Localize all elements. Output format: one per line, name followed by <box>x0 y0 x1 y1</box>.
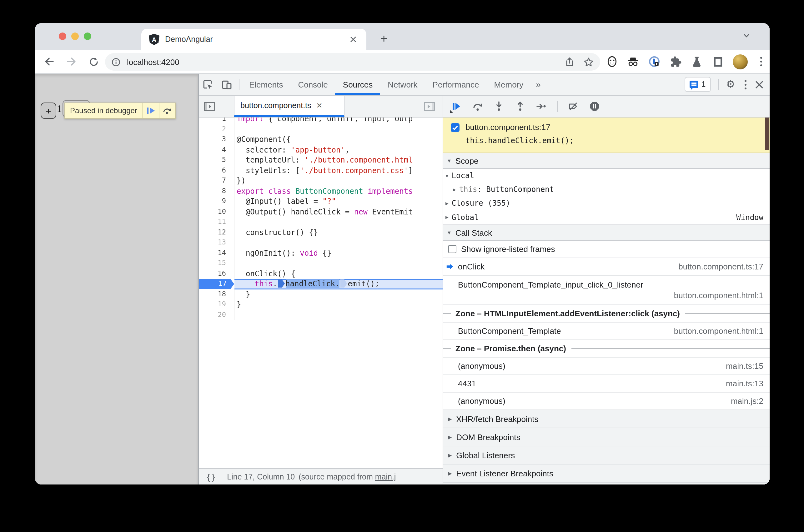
line-number[interactable]: 20 <box>198 310 234 320</box>
reload-icon[interactable] <box>85 53 102 70</box>
code-line-2[interactable]: 2 <box>198 124 442 134</box>
line-number[interactable]: 8 <box>198 186 234 196</box>
step-into-icon[interactable] <box>493 101 504 112</box>
line-number[interactable]: 14 <box>198 248 234 258</box>
call-stack-frame[interactable]: (anonymous)main.ts:15 <box>443 358 770 375</box>
code-line-11[interactable]: 11 <box>198 217 442 227</box>
incognito-extension-icon[interactable] <box>627 55 639 68</box>
code-line-13[interactable]: 13 <box>198 238 442 248</box>
code-line-7[interactable]: 7}) <box>198 176 442 186</box>
line-number[interactable]: 7 <box>198 176 234 186</box>
line-number[interactable]: 1 <box>198 117 234 124</box>
line-number[interactable]: 15 <box>198 258 234 268</box>
call-stack-frame[interactable]: onClickbutton.component.ts:17 <box>443 258 770 276</box>
frame-location[interactable]: button.component.html:1 <box>674 326 770 336</box>
labs-flask-icon[interactable] <box>690 55 703 68</box>
menu-kebab-icon[interactable] <box>756 57 766 66</box>
minimize-window-button[interactable] <box>71 33 79 40</box>
call-stack-frame[interactable]: ButtonComponent_Templatebutton.component… <box>443 323 770 340</box>
file-tab[interactable]: button.component.ts ✕ <box>233 96 344 117</box>
tab-close-icon[interactable] <box>348 34 359 45</box>
line-number[interactable]: 19 <box>198 300 234 310</box>
scope-global[interactable]: ▶ Global Window <box>443 210 770 225</box>
source-mapped-link[interactable]: main.j <box>375 473 396 481</box>
step-over-icon[interactable] <box>472 101 483 112</box>
code-line-8[interactable]: 8export class ButtonComponent implements <box>198 186 442 196</box>
url-bar[interactable]: localhost:4200 <box>105 53 600 71</box>
issues-badge[interactable]: 1 <box>684 77 710 92</box>
scope-closure[interactable]: ▶ Closure (355) <box>443 196 770 210</box>
frame-location[interactable]: button.component.ts:17 <box>678 262 770 271</box>
deactivate-breakpoints-icon[interactable] <box>567 101 579 112</box>
zoom-window-button[interactable] <box>84 33 91 40</box>
frame-location[interactable]: main.ts:13 <box>726 379 770 388</box>
ignore-listed-checkbox[interactable] <box>448 245 456 253</box>
tab-performance[interactable]: Performance <box>425 74 487 95</box>
scope-local[interactable]: ▼ Local <box>443 169 770 183</box>
frame-location[interactable]: main.ts:15 <box>726 361 770 371</box>
call-stack-frame[interactable]: (anonymous)main.js:2 <box>443 393 770 410</box>
code-editor[interactable]: 1import { Component, OnInit, Input, Outp… <box>198 117 442 468</box>
tab-console[interactable]: Console <box>290 74 335 95</box>
tab-elements[interactable]: Elements <box>242 74 290 95</box>
back-icon[interactable] <box>40 53 58 70</box>
callstack-section-header[interactable]: ▼ Call Stack <box>443 225 770 241</box>
code-line-5[interactable]: 5 templateUrl: './button.component.html <box>198 155 442 165</box>
resume-script-icon[interactable] <box>451 101 462 112</box>
mask-extension-icon[interactable] <box>605 55 618 68</box>
line-number[interactable]: 12 <box>198 227 234 238</box>
code-line-17[interactable]: 17 this.handleClick.emit(); <box>198 279 442 289</box>
show-debugger-sidebar-icon[interactable] <box>424 101 435 111</box>
call-stack-frame[interactable]: ButtonComponent_Template_input_click_0_l… <box>443 276 770 305</box>
file-tab-close-icon[interactable]: ✕ <box>317 101 323 110</box>
close-window-button[interactable] <box>59 33 66 40</box>
line-number[interactable]: 4 <box>198 145 234 155</box>
new-tab-button[interactable]: + <box>376 31 392 47</box>
section-global-listeners[interactable]: ▶Global Listeners <box>443 446 770 464</box>
code-line-6[interactable]: 6 styleUrls: ['./button.component.css'] <box>198 165 442 176</box>
url-text[interactable]: localhost:4200 <box>127 57 564 66</box>
line-number[interactable]: 2 <box>198 124 234 134</box>
frame-location[interactable]: button.component.html:1 <box>674 291 770 300</box>
password-manager-extension-icon[interactable] <box>648 55 661 68</box>
line-number[interactable]: 9 <box>198 196 234 207</box>
code-line-3[interactable]: 3@Component({ <box>198 134 442 145</box>
pause-on-exceptions-icon[interactable] <box>589 101 600 112</box>
tab-memory[interactable]: Memory <box>486 74 531 95</box>
scope-section-header[interactable]: ▼ Scope <box>443 153 770 169</box>
execution-line-marker[interactable]: 17 <box>198 279 234 289</box>
line-number[interactable]: 11 <box>198 217 234 227</box>
inspect-element-icon[interactable] <box>198 74 217 95</box>
code-line-20[interactable]: 20 <box>198 310 442 320</box>
code-line-10[interactable]: 10 @Output() handleClick = new EventEmit <box>198 207 442 217</box>
code-line-14[interactable]: 14 ngOnInit(): void {} <box>198 248 442 258</box>
breakpoint-checkbox[interactable] <box>451 123 459 132</box>
sidebar-scrollbar[interactable] <box>765 117 769 150</box>
code-line-1[interactable]: 1import { Component, OnInit, Input, Outp <box>198 117 442 124</box>
bookmark-star-icon[interactable] <box>583 57 594 67</box>
pretty-print-icon[interactable]: {} <box>206 472 216 482</box>
show-navigator-icon[interactable] <box>204 101 215 111</box>
forward-icon[interactable] <box>62 53 80 70</box>
reading-list-icon[interactable] <box>711 55 725 68</box>
line-number[interactable]: 6 <box>198 165 234 176</box>
devtools-menu-kebab-icon[interactable] <box>740 80 750 89</box>
section-dom-breakpoints[interactable]: ▶DOM Breakpoints <box>443 428 770 446</box>
line-number[interactable]: 18 <box>198 289 234 300</box>
frame-location[interactable]: main.js:2 <box>731 396 770 406</box>
more-tabs-chevrons[interactable]: » <box>531 79 546 89</box>
section-csp-violation-breakpoints[interactable]: ▶CSP Violation Breakpoints <box>443 482 770 484</box>
banner-step-over-icon[interactable] <box>158 103 175 118</box>
section-event-listener-breakpoints[interactable]: ▶Event Listener Breakpoints <box>443 464 770 482</box>
tab-sources[interactable]: Sources <box>336 74 380 95</box>
scope-this[interactable]: ▶ this: ButtonComponent <box>443 183 770 196</box>
banner-resume-icon[interactable] <box>142 103 159 118</box>
info-icon[interactable] <box>111 57 121 66</box>
breakpoint-location[interactable]: button.component.ts:17 <box>465 122 551 132</box>
page-plus-button[interactable]: + <box>41 102 56 119</box>
continue-here-marker-solid[interactable] <box>278 280 285 288</box>
share-icon[interactable] <box>564 57 575 67</box>
extensions-puzzle-icon[interactable] <box>669 55 682 68</box>
browser-tab[interactable]: A DemoAngular <box>141 29 366 50</box>
section-xhr-fetch-breakpoints[interactable]: ▶XHR/fetch Breakpoints <box>443 410 770 428</box>
